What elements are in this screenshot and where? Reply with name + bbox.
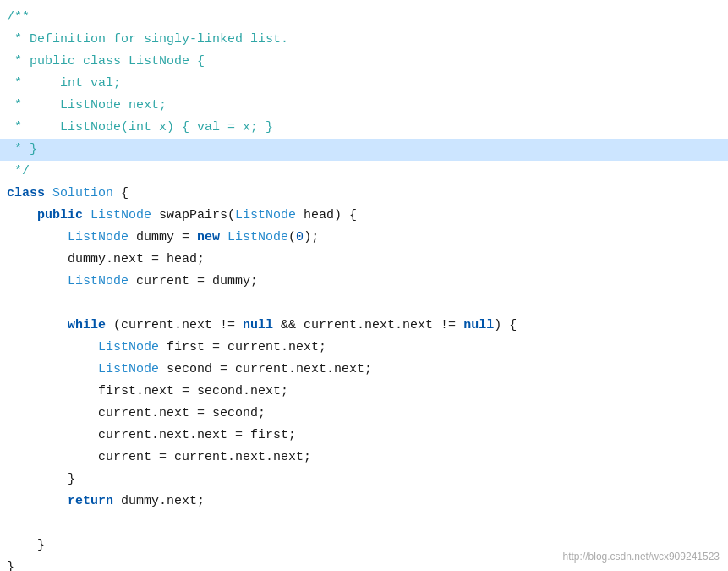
code-line-16: ListNode first = current.next; <box>0 337 728 359</box>
type-span: Solution <box>52 186 113 200</box>
code-line-19: current.next = second; <box>0 403 728 425</box>
plain-span: ) { <box>494 318 517 332</box>
keyword-null1: null <box>243 318 273 332</box>
code-line-11: ListNode dummy = new ListNode(0); <box>0 227 728 249</box>
number-0: 0 <box>296 230 304 244</box>
type-listnode: ListNode <box>98 340 159 354</box>
code-line-8: */ <box>0 161 728 183</box>
keyword-while: while <box>68 318 106 332</box>
code-line-23: return dummy.next; <box>0 491 728 513</box>
code-line-22: } <box>0 469 728 491</box>
plain-span: } <box>7 560 14 571</box>
code-line-7: * } <box>0 139 728 161</box>
comment-span: * public class ListNode { <box>7 54 205 69</box>
keyword-new: new <box>197 230 220 244</box>
code-line-13: ListNode current = dummy; <box>0 271 728 293</box>
comment-span: * ListNode(int x) { val = x; } <box>7 120 273 135</box>
plain-span: } <box>68 472 75 486</box>
type-listnode: ListNode <box>68 274 129 288</box>
plain-span <box>220 230 227 244</box>
code-editor: /** * Definition for singly-linked list.… <box>0 0 728 571</box>
comment-span: /** <box>7 10 30 25</box>
plain-span: dummy.next; <box>113 494 205 508</box>
plain-span <box>45 186 52 200</box>
keyword-null2: null <box>463 318 494 332</box>
plain-span: ); <box>304 230 319 244</box>
code-line-21: current = current.next.next; <box>0 447 728 469</box>
plain-span: ( <box>288 230 296 244</box>
plain-span: } <box>37 538 45 552</box>
plain-span: current = dummy; <box>129 274 258 288</box>
code-line-15: while (current.next != null && current.n… <box>0 315 728 337</box>
keyword-return: return <box>68 494 113 508</box>
plain-span <box>83 208 90 222</box>
plain-span: current.next.next = first; <box>98 428 296 442</box>
code-line-10: public ListNode swapPairs(ListNode head)… <box>0 205 728 227</box>
code-line-1: /** <box>0 7 728 29</box>
type-listnode: ListNode <box>68 230 129 244</box>
code-line-3: * public class ListNode { <box>0 51 728 73</box>
comment-span: * int val; <box>7 76 121 91</box>
keyword-class: class <box>7 186 45 200</box>
code-line-14 <box>0 293 728 315</box>
code-line-2: * Definition for singly-linked list. <box>0 29 728 51</box>
code-line-24 <box>0 513 728 535</box>
code-line-9: class Solution { <box>0 183 728 205</box>
keyword-public: public <box>37 208 83 222</box>
type-listnode2: ListNode <box>227 230 288 244</box>
plain-span: head) { <box>296 208 357 222</box>
code-line-18: first.next = second.next; <box>0 381 728 403</box>
plain-span: first.next = second.next; <box>98 384 288 398</box>
plain-span: { <box>113 186 129 200</box>
plain-span: dummy.next = head; <box>68 252 205 266</box>
comment-span: * ListNode next; <box>7 98 167 113</box>
plain-span: (current.next != <box>106 318 243 332</box>
comment-span: */ <box>7 164 30 178</box>
code-line-17: ListNode second = current.next.next; <box>0 359 728 381</box>
plain-span: current = current.next.next; <box>98 450 311 464</box>
comment-span: * Definition for singly-linked list. <box>7 32 288 47</box>
plain-span: first = current.next; <box>159 340 326 354</box>
code-line-4: * int val; <box>0 73 728 95</box>
code-line-20: current.next.next = first; <box>0 425 728 447</box>
comment-span: * } <box>7 142 37 156</box>
plain-span: dummy = <box>129 230 197 244</box>
plain-span: swapPairs( <box>151 208 235 222</box>
plain-span: && current.next.next != <box>273 318 463 332</box>
plain-span: second = current.next.next; <box>159 362 372 376</box>
type-listnode2: ListNode <box>235 208 296 222</box>
code-line-5: * ListNode next; <box>0 95 728 117</box>
plain-span: current.next = second; <box>98 406 265 420</box>
code-line-6: * ListNode(int x) { val = x; } <box>0 117 728 139</box>
type-listnode: ListNode <box>98 362 159 376</box>
type-listnode: ListNode <box>90 208 151 222</box>
code-line-12: dummy.next = head; <box>0 249 728 271</box>
watermark: http://blog.csdn.net/wcx909241523 <box>563 551 720 563</box>
